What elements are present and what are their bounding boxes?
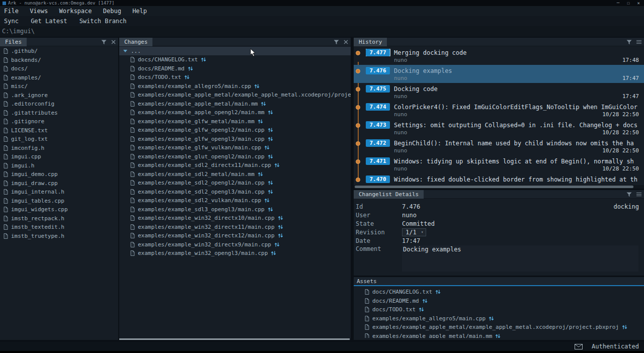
file-tree-item[interactable]: .github/ [0, 47, 118, 56]
file-tree-item[interactable]: .editorconfig [0, 100, 118, 109]
menu-workspace[interactable]: Workspace [59, 8, 92, 15]
history-tab[interactable]: History [354, 38, 387, 46]
comment-field[interactable]: Docking examples [402, 245, 638, 272]
file-icon [365, 307, 369, 312]
changed-file-row[interactable]: docs/TODO.txt [119, 73, 351, 82]
menu-file[interactable]: File [4, 8, 19, 15]
changed-file-row[interactable]: examples/example_win32_opengl3/main.cpp [119, 249, 351, 258]
filter-icon[interactable] [626, 40, 632, 45]
file-tree-item[interactable]: git_log.txt [0, 135, 118, 144]
minimize-button[interactable]: ─ [617, 0, 619, 6]
changed-file-row[interactable]: examples/example_apple_metal/example_app… [119, 91, 351, 100]
menu-icon[interactable] [636, 192, 641, 197]
changes-panel-header: Changes [119, 38, 351, 46]
changed-file-row[interactable]: examples/example_win32_directx12/main.cp… [119, 231, 351, 240]
changeset-author: nuno [394, 129, 408, 136]
changed-file-row[interactable]: examples/example_glut_opengl2/main.cpp [119, 152, 351, 161]
changeset-badge: 7.472 [366, 139, 390, 147]
file-tree-item[interactable]: imstb_textedit.h [0, 223, 118, 232]
file-tree-item[interactable]: imconfig.h [0, 144, 118, 153]
changed-file-row[interactable]: examples/example_allegro5/main.cpp [354, 314, 644, 323]
file-tree-item[interactable]: imgui_widgets.cpp [0, 205, 118, 214]
changeset-row[interactable]: 7.471 Windows: tidying up skipitems logi… [354, 155, 644, 173]
changed-file-row[interactable]: examples/example_sdl2_metal/main.mm [119, 170, 351, 179]
changed-file-row[interactable]: examples/example_allegro5/main.cpp [119, 82, 351, 91]
file-path: docs/README.md [372, 298, 419, 304]
file-tree-item[interactable]: imgui_tables.cpp [0, 197, 118, 206]
changed-file-row[interactable]: docs/README.md [354, 297, 644, 306]
changed-file-row[interactable]: examples/example_sdl2_vulkan/main.cpp [119, 196, 351, 205]
file-tree-item[interactable]: imgui.cpp [0, 152, 118, 161]
file-tree-item[interactable]: backends/ [0, 56, 118, 65]
changeset-row[interactable]: 7.476 Docking examples nuno 17:47 [354, 65, 644, 83]
scrollbar-thumb[interactable] [355, 186, 633, 188]
file-tree-item[interactable]: .ark_ignore [0, 91, 118, 100]
changed-file-row[interactable]: examples/example_glfw_metal/main.mm [119, 117, 351, 126]
switch-branch-button[interactable]: Switch Branch [79, 18, 127, 25]
get-latest-button[interactable]: Get Latest [31, 18, 67, 25]
file-path: examples/example_sdl2_opengl2/main.cpp [138, 180, 265, 186]
filter-icon[interactable] [101, 40, 107, 45]
file-tree-item[interactable]: imgui_internal.h [0, 188, 118, 197]
changeset-row[interactable]: 7.477 Merging docking code nuno 17:48 [354, 47, 644, 65]
file-tree-item[interactable]: examples/ [0, 73, 118, 82]
maximize-button[interactable]: ☐ [627, 0, 629, 6]
file-tree-item[interactable]: docs/ [0, 64, 118, 73]
close-button[interactable]: ✕ [637, 0, 640, 6]
file-tree-item[interactable]: imstb_truetype.h [0, 232, 118, 241]
close-panel-icon[interactable] [344, 40, 348, 44]
file-tree-item[interactable]: misc/ [0, 82, 118, 91]
changed-file-row[interactable]: examples/example_win32_directx9/main.cpp [119, 240, 351, 249]
filter-icon[interactable] [626, 192, 632, 197]
file-tree-item[interactable]: .gitignore [0, 117, 118, 126]
changed-file-row[interactable]: docs/TODO.txt [354, 305, 644, 314]
changed-file-row[interactable]: examples/example_win32_directx11/main.cp… [119, 223, 351, 232]
menu-debug[interactable]: Debug [103, 8, 121, 15]
file-tree-item[interactable]: imgui_draw.cpp [0, 179, 118, 188]
file-tree-item[interactable]: .gitattributes [0, 109, 118, 118]
changed-file-row[interactable]: examples/example_sdl2_opengl2/main.cpp [119, 179, 351, 188]
changed-file-row[interactable]: examples/example_glfw_vulkan/main.cpp [119, 143, 351, 152]
detail-row-id: Id 7.476 docking [356, 203, 644, 211]
filter-icon[interactable] [334, 40, 339, 45]
changed-file-row[interactable]: examples/example_sdl3_opengl3/main.cpp [119, 205, 351, 214]
changeset-row[interactable]: 7.470 Windows: fixed double-clicked bord… [354, 173, 644, 185]
changed-file-row[interactable]: examples/example_glfw_opengl3/main.cpp [119, 135, 351, 144]
changeset-row[interactable]: 7.472 BeginChild(): Internal name used b… [354, 137, 644, 155]
changed-file-row[interactable]: examples/example_glfw_opengl2/main.cpp [119, 126, 351, 135]
menu-views[interactable]: Views [30, 8, 48, 15]
details-panel-header: Changelist Details [354, 190, 644, 199]
file-tree-item[interactable]: LICENSE.txt [0, 126, 118, 135]
file-icon [130, 127, 135, 133]
menu-icon[interactable] [636, 40, 641, 44]
changed-file-row[interactable]: docs/CHANGELOG.txt [119, 55, 351, 64]
horizontal-scrollbar[interactable] [119, 338, 350, 340]
changed-file-row[interactable]: examples/example_apple_metal/example_app… [354, 323, 644, 332]
collapse-arrow-icon[interactable] [123, 50, 127, 52]
file-tree-item[interactable]: imstb_rectpack.h [0, 214, 118, 223]
changed-file-row[interactable]: docs/CHANGELOG.txt [354, 288, 644, 297]
changeset-row[interactable]: 7.475 Docking code nuno 17:47 [354, 83, 644, 101]
changes-tab[interactable]: Changes [119, 38, 152, 46]
details-tab[interactable]: Changelist Details [354, 190, 424, 199]
file-tree-item[interactable]: imgui.h [0, 161, 118, 170]
changeset-row[interactable]: 7.473 Settings: omit outputing Collapsed… [354, 119, 644, 137]
file-icon [365, 289, 369, 295]
changed-file-row[interactable]: docs/README.md [119, 64, 351, 73]
changed-file-row[interactable]: examples/example_sdl2_opengl3/main.cpp [119, 188, 351, 197]
horizontal-scrollbar[interactable] [354, 185, 644, 189]
changed-file-row[interactable]: examples/example_apple_metal/main.mm [354, 332, 644, 338]
changed-file-row[interactable]: examples/example_sdl2_directx11/main.cpp [119, 161, 351, 170]
changed-file-row[interactable]: examples/example_win32_directx10/main.cp… [119, 214, 351, 223]
changed-file-row[interactable]: examples/example_apple_metal/main.mm [119, 100, 351, 109]
menu-help[interactable]: Help [132, 8, 147, 15]
changeset-row[interactable]: 7.474 ColorPicker4(): Fixed ImGuiColorEd… [354, 101, 644, 119]
branch-dot-icon [356, 178, 360, 182]
sync-button[interactable]: Sync [4, 18, 19, 25]
changes-root-row[interactable]: ... [119, 47, 351, 55]
revision-select[interactable]: 1/1 ▾ [402, 228, 426, 236]
close-panel-icon[interactable] [111, 40, 116, 44]
changed-file-row[interactable]: examples/example_apple_opengl2/main.mm [119, 108, 351, 117]
file-tree-item[interactable]: imgui_demo.cpp [0, 170, 118, 179]
files-tab[interactable]: Files [0, 38, 27, 46]
